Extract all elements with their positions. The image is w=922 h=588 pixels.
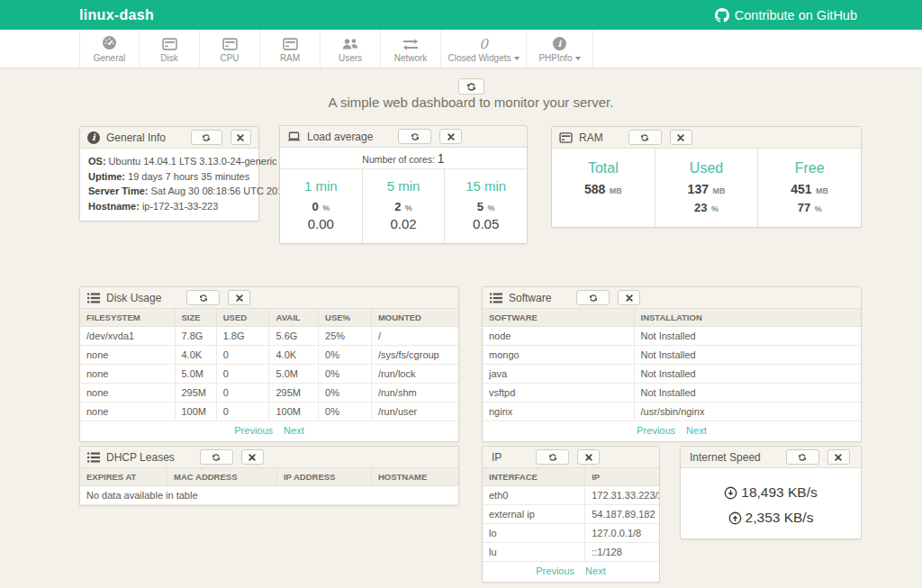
close-icon[interactable] bbox=[241, 449, 264, 465]
github-icon bbox=[715, 8, 729, 23]
close-icon[interactable] bbox=[827, 449, 850, 465]
pagination: PreviousNext bbox=[483, 562, 659, 582]
ip-table: InterfaceIP eth0172.31.33.223/20external… bbox=[483, 468, 659, 562]
widget-title: DHCP Leases bbox=[106, 451, 175, 464]
app-brand[interactable]: linux-dash bbox=[79, 7, 154, 23]
table-cell: 7.8G bbox=[175, 327, 216, 346]
table-cell: java bbox=[483, 365, 634, 384]
refresh-button[interactable] bbox=[398, 129, 431, 144]
refresh-button[interactable] bbox=[576, 290, 610, 305]
pagination-next[interactable]: Next bbox=[284, 425, 304, 436]
table-row: lu::1/128 bbox=[483, 543, 659, 562]
table-row: /dev/xvda17.8G1.8G5.6G25%/ bbox=[80, 327, 458, 346]
disk-usage-table: FilesystemSizeUsedAvailUse%Mounted /dev/… bbox=[80, 309, 458, 421]
refresh-button[interactable] bbox=[200, 449, 233, 465]
chevron-down-icon bbox=[514, 57, 520, 60]
table-cell: 1.8G bbox=[216, 327, 269, 346]
table-row: javaNot Installed bbox=[483, 365, 861, 384]
gauge-icon bbox=[102, 35, 117, 50]
nav-item-ram[interactable]: RAM bbox=[260, 30, 321, 68]
refresh-button[interactable] bbox=[628, 130, 662, 145]
table-cell: 295M bbox=[269, 384, 319, 403]
close-icon[interactable] bbox=[577, 449, 600, 465]
table-row: lo127.0.0.1/8 bbox=[483, 524, 659, 543]
pagination-next[interactable]: Next bbox=[686, 425, 707, 436]
table-cell: 100M bbox=[175, 403, 216, 421]
close-icon[interactable] bbox=[618, 290, 640, 305]
pagination: PreviousNext bbox=[483, 421, 861, 441]
ram-used: Used 137 MB 23 % bbox=[655, 149, 758, 227]
chevron-down-icon bbox=[575, 57, 581, 60]
widget-title: General Info bbox=[106, 131, 166, 144]
table-cell: 54.187.89.182 bbox=[585, 505, 659, 524]
table-cell: eth0 bbox=[483, 486, 585, 505]
refresh-button[interactable] bbox=[786, 449, 819, 465]
close-icon[interactable] bbox=[230, 130, 251, 145]
widget-title: Load average bbox=[307, 131, 373, 143]
nav-label: Users bbox=[339, 53, 362, 63]
close-icon[interactable] bbox=[228, 290, 250, 305]
table-cell: mongo bbox=[483, 346, 634, 365]
nav-label: General bbox=[94, 53, 126, 63]
server-time-line: Server Time: Sat Aug 30 08:18:56 UTC 201… bbox=[88, 184, 250, 199]
refresh-button[interactable] bbox=[536, 449, 569, 465]
load-15min: 15 min 5 % 0.05 bbox=[444, 169, 527, 243]
arrow-circle-down-icon bbox=[724, 486, 737, 500]
refresh-button[interactable] bbox=[186, 290, 220, 305]
table-cell: 0% bbox=[319, 403, 372, 421]
cores-count: Number of cores:1 bbox=[280, 148, 527, 169]
nav-item-closed-widgets[interactable]: 0 Closed Widgets bbox=[441, 30, 527, 68]
widget-nav-bar: General Disk CPU RAM Users bbox=[0, 30, 922, 68]
nav-item-phpinfo[interactable]: i PHPInfo bbox=[527, 30, 593, 68]
close-icon[interactable] bbox=[439, 129, 462, 144]
nav-label: Network bbox=[394, 53, 428, 63]
nav-item-general[interactable]: General bbox=[79, 30, 140, 68]
pagination-previous[interactable]: Previous bbox=[234, 425, 273, 436]
table-header-row: SoftwareInstallation bbox=[483, 309, 861, 327]
close-icon[interactable] bbox=[670, 130, 692, 145]
upload-speed: 2,353 KB/s bbox=[681, 510, 861, 526]
table-cell: vsftpd bbox=[483, 384, 634, 403]
nav-label: PHPInfo bbox=[538, 53, 580, 63]
nav-item-network[interactable]: Network bbox=[381, 30, 441, 68]
table-cell: none bbox=[80, 403, 175, 421]
nav-label: RAM bbox=[280, 53, 300, 63]
table-cell: /sys/fs/cgroup bbox=[371, 346, 458, 365]
table-cell: 5.0M bbox=[269, 365, 319, 384]
table-cell: 127.0.0.1/8 bbox=[585, 524, 659, 543]
table-row: external ip54.187.89.182 bbox=[483, 505, 659, 524]
table-row: nodeNot Installed bbox=[483, 327, 861, 346]
nav-item-users[interactable]: Users bbox=[321, 30, 381, 68]
pagination-previous[interactable]: Previous bbox=[637, 425, 675, 436]
refresh-button[interactable] bbox=[191, 130, 222, 145]
nav-item-cpu[interactable]: CPU bbox=[200, 30, 260, 68]
table-cell: Not Installed bbox=[634, 384, 861, 403]
os-line: OS: Ubuntu 14.04.1 LTS 3.13.0-24-generic bbox=[88, 154, 250, 169]
contribute-github-link[interactable]: Contribute on GitHub bbox=[715, 8, 857, 23]
uptime-line: Uptime: 19 days 7 hours 35 minutes bbox=[88, 169, 250, 185]
card-icon bbox=[283, 35, 298, 50]
card-icon bbox=[559, 132, 573, 143]
card-icon bbox=[162, 35, 177, 50]
widget-title: RAM bbox=[579, 131, 603, 144]
pagination-previous[interactable]: Previous bbox=[536, 565, 574, 576]
tagline: A simple web dashboard to monitor your s… bbox=[79, 95, 863, 110]
table-cell: 172.31.33.223/20 bbox=[585, 486, 659, 505]
nav-item-disk[interactable]: Disk bbox=[140, 30, 200, 68]
table-cell: nginx bbox=[483, 403, 634, 421]
pagination-next[interactable]: Next bbox=[585, 565, 606, 576]
table-cell: 0 bbox=[216, 365, 269, 384]
table-header-row: InterfaceIP bbox=[483, 468, 659, 486]
refresh-all-button[interactable] bbox=[458, 78, 484, 95]
general-info-widget: i General Info OS: Ubuntu 14.04.1 LTS 3.… bbox=[79, 126, 259, 222]
table-cell: external ip bbox=[483, 505, 585, 524]
table-cell: 5.6G bbox=[269, 327, 319, 346]
table-row: none100M0100M0%/run/user bbox=[80, 403, 458, 421]
table-cell: 0 bbox=[216, 346, 269, 365]
widget-title: IP bbox=[492, 451, 502, 464]
load-5min: 5 min 2 % 0.02 bbox=[362, 169, 445, 243]
table-cell: Not Installed bbox=[634, 327, 861, 346]
ram-widget: RAM Total 588 MB Used 137 MB 23 % Free 4… bbox=[551, 126, 862, 228]
table-cell: /run/user bbox=[371, 403, 458, 421]
ip-widget: IP InterfaceIP eth0172.31.33.223/20exter… bbox=[482, 446, 660, 583]
